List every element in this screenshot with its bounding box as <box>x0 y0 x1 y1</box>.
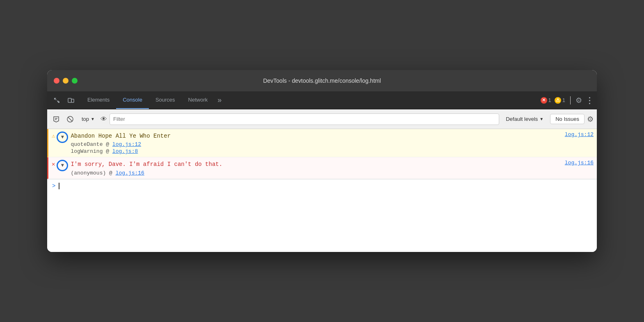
console-output: ⚠ ▼ Abandon Hope All Ye Who Enter quoteD… <box>47 129 597 252</box>
maximize-button[interactable] <box>72 78 78 84</box>
devtools-window: DevTools - devtools.glitch.me/console/lo… <box>47 70 597 252</box>
clear-console-button[interactable] <box>50 113 62 125</box>
no-issues-label: No Issues <box>555 116 579 122</box>
stack-link-2[interactable]: log.js:8 <box>112 148 138 154</box>
console-cursor[interactable] <box>59 183 59 189</box>
error-source-link[interactable]: log.js:16 <box>558 160 594 166</box>
expand-arrow-icon: ▼ <box>61 134 64 140</box>
svg-rect-1 <box>71 99 74 102</box>
stack-link-1[interactable]: log.js:12 <box>112 141 141 147</box>
error-badge: ✕ 1 <box>541 97 551 104</box>
warning-main-text: Abandon Hope All Ye Who Enter <box>71 132 558 141</box>
context-label: top <box>82 116 89 122</box>
device-toolbar-button[interactable] <box>64 94 78 107</box>
warning-stack: quoteDante @ log.js:12 <box>71 141 558 147</box>
tab-list: Elements Console Sources Network » <box>81 91 541 109</box>
more-tabs-button[interactable]: » <box>214 96 225 104</box>
expand-warning-button[interactable]: ▼ <box>57 132 68 143</box>
inspect-element-button[interactable] <box>50 94 64 107</box>
console-entry-error: ✕ ▼ I'm sorry, Dave. I'm afraid I can't … <box>47 157 597 179</box>
warning-source-link[interactable]: log.js:12 <box>558 132 594 138</box>
tab-network[interactable]: Network <box>182 91 215 109</box>
console-entry-warning: ⚠ ▼ Abandon Hope All Ye Who Enter quoteD… <box>47 129 597 157</box>
console-input-row: > <box>47 179 597 193</box>
warning-stack-2: logWarning @ log.js:8 <box>71 148 558 154</box>
warning-badge: ⚠ 1 <box>555 97 565 104</box>
warning-count: 1 <box>562 97 565 103</box>
more-options-icon[interactable]: ⋮ <box>585 95 594 105</box>
svg-line-6 <box>68 117 73 121</box>
error-main-text: I'm sorry, Dave. I'm afraid I can't do t… <box>71 160 558 169</box>
minimize-button[interactable] <box>63 78 69 84</box>
no-issues-button[interactable]: No Issues <box>550 114 585 124</box>
error-count: 1 <box>548 97 551 103</box>
warning-triangle-icon: ⚠ <box>52 132 55 139</box>
live-expression-button[interactable]: 👁 <box>100 116 107 123</box>
close-button[interactable] <box>54 78 59 84</box>
block-icon-button[interactable] <box>64 113 76 125</box>
tab-sources[interactable]: Sources <box>149 91 182 109</box>
levels-dropdown-arrow: ▼ <box>539 117 544 121</box>
devtools-tabbar: Elements Console Sources Network » ✕ 1 ⚠… <box>47 91 597 109</box>
expand-error-button[interactable]: ▼ <box>57 160 68 171</box>
stack-fn-1: quoteDante @ <box>71 141 112 147</box>
titlebar: DevTools - devtools.glitch.me/console/lo… <box>47 70 597 91</box>
expand-error-arrow-icon: ▼ <box>61 163 64 168</box>
error-stack-fn: (anonymous) @ <box>71 170 115 176</box>
traffic-lights <box>54 78 78 84</box>
window-title: DevTools - devtools.glitch.me/console/lo… <box>263 77 381 84</box>
levels-label: Default levels <box>506 116 538 122</box>
error-icon: ✕ <box>541 97 547 104</box>
error-stack: (anonymous) @ log.js:16 <box>71 170 558 176</box>
settings-icon[interactable]: ⚙ <box>575 96 582 105</box>
console-settings-icon[interactable]: ⚙ <box>587 115 594 124</box>
console-prompt: > <box>52 183 55 189</box>
error-circle-icon: ✕ <box>52 161 55 168</box>
warning-icon: ⚠ <box>555 97 561 104</box>
tab-right-controls: ✕ 1 ⚠ 1 ⚙ ⋮ <box>541 95 594 105</box>
filter-input[interactable] <box>110 113 499 125</box>
toolbar-icons <box>50 94 78 107</box>
tab-console[interactable]: Console <box>116 91 149 109</box>
context-selector-button[interactable]: top ▼ <box>78 114 98 124</box>
error-entry-content: I'm sorry, Dave. I'm afraid I can't do t… <box>71 160 558 176</box>
context-dropdown-arrow: ▼ <box>91 117 95 121</box>
log-levels-button[interactable]: Default levels ▼ <box>502 114 548 124</box>
console-toolbar: top ▼ 👁 Default levels ▼ No Issues ⚙ <box>47 109 597 129</box>
tab-elements[interactable]: Elements <box>81 91 116 109</box>
divider <box>570 96 571 104</box>
svg-rect-0 <box>68 98 71 102</box>
stack-fn-2: logWarning @ <box>71 148 112 154</box>
warning-entry-content: Abandon Hope All Ye Who Enter quoteDante… <box>71 132 558 154</box>
error-stack-link[interactable]: log.js:16 <box>116 170 144 176</box>
